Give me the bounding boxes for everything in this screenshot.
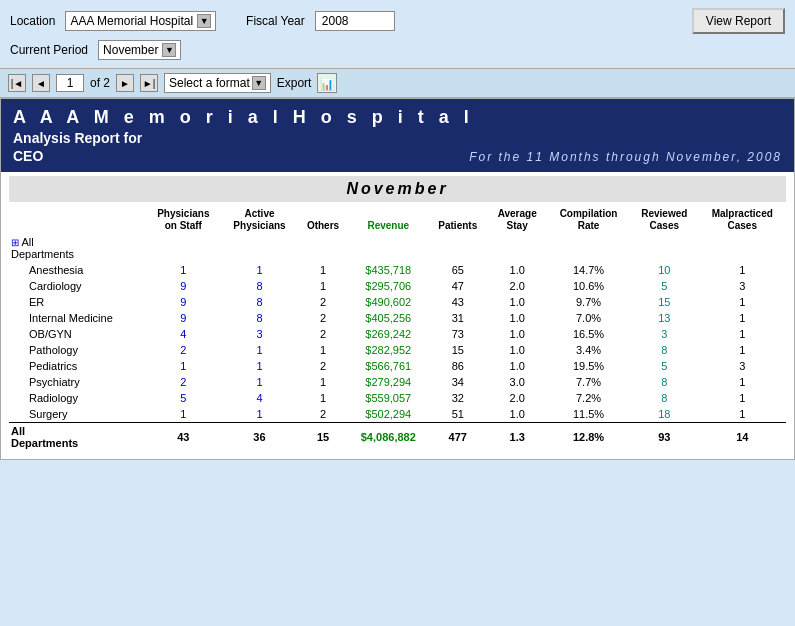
others-cell: 2 [298, 326, 349, 342]
malpracticed-cell: 1 [699, 374, 786, 390]
malpracticed-cell: 1 [699, 310, 786, 326]
reviewed-cell: 10 [630, 262, 698, 278]
comp-rate-cell: 11.5% [547, 406, 630, 423]
revenue-cell: $295,706 [348, 278, 428, 294]
revenue-cell: $435,718 [348, 262, 428, 278]
malpracticed-cell: 3 [699, 278, 786, 294]
active-cell: 1 [221, 262, 297, 278]
totals-row: AllDepartments 43 36 15 $4,086,882 477 1… [9, 423, 786, 452]
col-physicians: Physicianson Staff [145, 206, 221, 234]
malpracticed-cell: 1 [699, 390, 786, 406]
report-toolbar: |◄ ◄ of 2 ► ►| Select a format ▼ Export … [0, 69, 795, 98]
totals-revenue: $4,086,882 [348, 423, 428, 452]
comp-rate-cell: 19.5% [547, 358, 630, 374]
comp-rate-cell: 10.6% [547, 278, 630, 294]
report-subtitle-line2: CEO [13, 148, 43, 164]
totals-reviewed: 93 [630, 423, 698, 452]
patients-cell: 51 [428, 406, 487, 423]
reviewed-cell: 8 [630, 374, 698, 390]
malpracticed-cell: 1 [699, 342, 786, 358]
reviewed-cell: 18 [630, 406, 698, 423]
table-row: Pathology 2 1 1 $282,952 15 1.0 3.4% 8 1 [9, 342, 786, 358]
col-others: Others [298, 206, 349, 234]
comp-rate-cell: 7.2% [547, 390, 630, 406]
location-value: AAA Memorial Hospital [70, 14, 193, 28]
malpracticed-cell: 1 [699, 294, 786, 310]
format-dropdown[interactable]: Select a format ▼ [164, 73, 271, 93]
last-page-button[interactable]: ►| [140, 74, 158, 92]
physicians-cell: 9 [145, 278, 221, 294]
location-dropdown-arrow[interactable]: ▼ [197, 14, 211, 28]
next-page-button[interactable]: ► [116, 74, 134, 92]
export-label: Export [277, 76, 312, 90]
page-input[interactable] [56, 74, 84, 92]
format-dropdown-arrow[interactable]: ▼ [252, 76, 266, 90]
others-cell: 1 [298, 278, 349, 294]
report-period: For the 11 Months through November, 2008 [469, 150, 782, 164]
prev-page-button[interactable]: ◄ [32, 74, 50, 92]
totals-label: AllDepartments [9, 423, 145, 452]
patients-cell: 15 [428, 342, 487, 358]
current-period-dropdown[interactable]: November ▼ [98, 40, 181, 60]
location-dropdown[interactable]: AAA Memorial Hospital ▼ [65, 11, 216, 31]
totals-active: 36 [221, 423, 297, 452]
avg-stay-cell: 1.0 [487, 358, 547, 374]
export-icon[interactable]: 📊 [317, 73, 337, 93]
dept-name: Radiology [9, 390, 145, 406]
dept-name: Pediatrics [9, 358, 145, 374]
report-body: November Physicianson Staff ActivePhysic… [1, 172, 794, 459]
others-cell: 1 [298, 262, 349, 278]
table-row: Anesthesia 1 1 1 $435,718 65 1.0 14.7% 1… [9, 262, 786, 278]
others-cell: 2 [298, 310, 349, 326]
totals-others: 15 [298, 423, 349, 452]
first-page-button[interactable]: |◄ [8, 74, 26, 92]
expand-icon[interactable]: ⊞ [11, 237, 19, 248]
section-dept: Departments [11, 248, 74, 260]
revenue-cell: $405,256 [348, 310, 428, 326]
reviewed-cell: 5 [630, 278, 698, 294]
table-row: OB/GYN 4 3 2 $269,242 73 1.0 16.5% 3 1 [9, 326, 786, 342]
hospital-title: A A A M e m o r i a l H o s p i t a l [13, 107, 782, 128]
table-row: Internal Medicine 9 8 2 $405,256 31 1.0 … [9, 310, 786, 326]
revenue-cell: $279,294 [348, 374, 428, 390]
comp-rate-cell: 9.7% [547, 294, 630, 310]
view-report-button[interactable]: View Report [692, 8, 785, 34]
col-active: ActivePhysicians [221, 206, 297, 234]
malpracticed-cell: 1 [699, 406, 786, 423]
month-header: November [9, 176, 786, 202]
malpracticed-cell: 3 [699, 358, 786, 374]
table-row: Cardiology 9 8 1 $295,706 47 2.0 10.6% 5… [9, 278, 786, 294]
active-cell: 1 [221, 406, 297, 423]
active-cell: 1 [221, 358, 297, 374]
totals-avg-stay: 1.3 [487, 423, 547, 452]
table-row: Surgery 1 1 2 $502,294 51 1.0 11.5% 18 1 [9, 406, 786, 423]
malpracticed-cell: 1 [699, 326, 786, 342]
revenue-cell: $566,761 [348, 358, 428, 374]
patients-cell: 47 [428, 278, 487, 294]
malpracticed-cell: 1 [699, 262, 786, 278]
col-malpracticed: MalpracticedCases [699, 206, 786, 234]
patients-cell: 73 [428, 326, 487, 342]
reviewed-cell: 8 [630, 390, 698, 406]
page-total: of 2 [90, 76, 110, 90]
patients-cell: 34 [428, 374, 487, 390]
avg-stay-cell: 1.0 [487, 310, 547, 326]
totals-comp-rate: 12.8% [547, 423, 630, 452]
others-cell: 1 [298, 342, 349, 358]
others-cell: 2 [298, 406, 349, 423]
dept-name: Surgery [9, 406, 145, 423]
others-cell: 2 [298, 358, 349, 374]
active-cell: 3 [221, 326, 297, 342]
avg-stay-cell: 1.0 [487, 262, 547, 278]
table-row: ER 9 8 2 $490,602 43 1.0 9.7% 15 1 [9, 294, 786, 310]
current-period-value: November [103, 43, 158, 57]
col-comp-rate: CompilationRate [547, 206, 630, 234]
active-cell: 8 [221, 294, 297, 310]
physicians-cell: 9 [145, 294, 221, 310]
revenue-cell: $269,242 [348, 326, 428, 342]
reviewed-cell: 5 [630, 358, 698, 374]
avg-stay-cell: 1.0 [487, 294, 547, 310]
reviewed-cell: 8 [630, 342, 698, 358]
current-period-dropdown-arrow[interactable]: ▼ [162, 43, 176, 57]
comp-rate-cell: 7.7% [547, 374, 630, 390]
